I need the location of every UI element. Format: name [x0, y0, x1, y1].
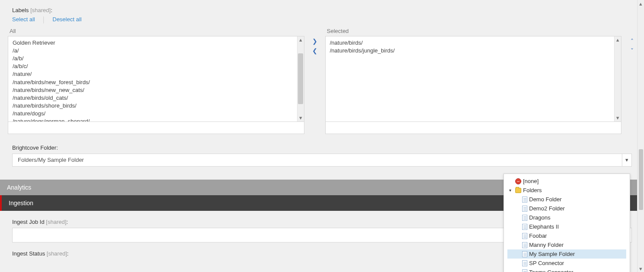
scroll-up-icon[interactable]: ▴	[637, 0, 644, 7]
labels-title-row: Labels [shared]:	[8, 4, 636, 15]
tree-collapse-icon[interactable]: ▾	[509, 188, 513, 193]
page-icon	[522, 251, 527, 257]
tree-children: Demo FolderDemo2 FolderDragonsElephants …	[507, 195, 626, 272]
tree-node-label: Dragons	[529, 214, 550, 221]
tree-node-item[interactable]: Foobar	[507, 231, 626, 240]
folder-tree-popup: – [none] ▾ Folders Demo FolderDemo2 Fold…	[503, 174, 630, 272]
tree-node-item[interactable]: Teams Connector	[507, 268, 626, 272]
list-item[interactable]: /nature/birds/jungle_birds/	[330, 47, 610, 55]
ingest-job-colon: :	[66, 219, 68, 225]
list-item[interactable]: /a/b/c/	[13, 62, 293, 70]
selected-list-box: /nature/birds/ /nature/birds/jungle_bird…	[325, 36, 622, 122]
tree-node-label: Manny Folder	[529, 242, 563, 248]
list-item[interactable]: /nature/dogs/	[13, 110, 293, 118]
page-scrollbar[interactable]: ▴ ▾	[637, 0, 644, 272]
move-up-icon[interactable]: ˄	[631, 38, 634, 44]
selected-list-scrollbar[interactable]: ▴ ▾	[614, 36, 621, 121]
ingest-job-label: Ingest Job Id	[12, 219, 44, 225]
page-icon	[522, 215, 527, 221]
select-all-link[interactable]: Select all	[12, 16, 39, 23]
tree-node-label: Foobar	[529, 233, 547, 239]
list-item[interactable]: /a/b/	[13, 55, 293, 62]
list-item[interactable]: /nature/birds/old_cats/	[13, 94, 293, 102]
list-item[interactable]: /nature/birds/new_new_cats/	[13, 86, 293, 94]
ingest-status-label: Ingest Status	[12, 250, 45, 257]
page-icon	[522, 260, 527, 266]
page-icon	[522, 233, 527, 239]
deselect-all-link[interactable]: Deselect all	[48, 16, 86, 23]
selected-list-header: Selected	[325, 28, 622, 36]
tree-node-label: Elephants II	[529, 223, 559, 230]
all-list-box: Golden Retriever /a/ /a/b/ /a/b/c/ /natu…	[8, 36, 304, 122]
brightcove-folder-value: Folders/My Sample Folder	[18, 157, 84, 163]
labels-shared-tag: [shared]	[30, 7, 51, 13]
move-right-icon[interactable]: ❯	[312, 38, 317, 44]
list-item[interactable]: Golden Retriever	[13, 39, 293, 47]
move-down-icon[interactable]: ˅	[631, 48, 634, 54]
section-title: Ingestion	[9, 200, 33, 206]
list-item[interactable]: /nature/birds/new_forest_birds/	[13, 79, 293, 86]
all-list-inner[interactable]: Golden Retriever /a/ /a/b/ /a/b/c/ /natu…	[8, 36, 297, 121]
list-item[interactable]: /nature/dogs/german_shepard/	[13, 118, 293, 121]
page-icon	[522, 269, 527, 272]
all-list-footer	[8, 122, 304, 134]
tree-node-label: Demo Folder	[529, 196, 562, 203]
none-icon: –	[515, 178, 521, 184]
ingest-status-colon: :	[67, 250, 69, 257]
brightcove-folder-select[interactable]: Folders/My Sample Folder ▾	[12, 154, 632, 167]
tree-node-item[interactable]: Demo Folder	[507, 195, 626, 204]
tree-node-item[interactable]: Demo2 Folder	[507, 204, 626, 213]
tree-node-item[interactable]: SP Connector	[507, 259, 626, 268]
scroll-up-icon[interactable]: ▴	[615, 36, 621, 43]
labels-title: Labels	[12, 7, 29, 13]
all-list-header: All	[8, 28, 304, 36]
ingest-job-tag: [shared]	[46, 219, 66, 225]
ingest-status-tag: [shared]	[47, 250, 67, 257]
all-list-scrollbar[interactable]: ▴ ▾	[297, 36, 304, 121]
scroll-up-icon[interactable]: ▴	[297, 36, 304, 43]
move-left-icon[interactable]: ❮	[312, 48, 317, 54]
footer-spacer	[311, 122, 319, 134]
selected-list-footer	[325, 122, 622, 134]
tree-node-none[interactable]: – [none]	[507, 177, 626, 186]
page-icon	[522, 224, 527, 230]
tree-node-item[interactable]: Manny Folder	[507, 240, 626, 249]
dropdown-icon[interactable]: ▾	[622, 154, 631, 166]
section-title: Analytics	[7, 184, 31, 191]
footer-spacer	[628, 122, 636, 134]
page-root: Labels [shared]: Select all Deselect all…	[0, 0, 644, 272]
tree-node-label: SP Connector	[529, 260, 564, 266]
list-item[interactable]: /nature/	[13, 70, 293, 78]
tree-node-label: Folders	[523, 187, 542, 193]
link-separator	[43, 16, 44, 23]
content-area: Labels [shared]: Select all Deselect all…	[0, 0, 644, 167]
tree-node-item[interactable]: My Sample Folder	[507, 249, 626, 259]
tree-node-item[interactable]: Dragons	[507, 213, 626, 222]
tree-node-folders[interactable]: ▾ Folders	[507, 186, 626, 195]
page-icon	[522, 197, 527, 203]
page-icon	[522, 242, 527, 248]
all-list-column: All Golden Retriever /a/ /a/b/ /a/b/c/ /…	[8, 28, 304, 122]
dual-list-footer-row	[8, 122, 636, 134]
tree-node-label: Teams Connector	[529, 269, 573, 272]
page-icon	[522, 206, 527, 212]
brightcove-label: Brightcove Folder:	[8, 134, 636, 154]
dual-list-row: All Golden Retriever /a/ /a/b/ /a/b/c/ /…	[8, 28, 636, 122]
selected-list-inner[interactable]: /nature/birds/ /nature/birds/jungle_bird…	[326, 36, 615, 121]
list-item[interactable]: /nature/birds/	[330, 39, 610, 47]
tree-node-label: My Sample Folder	[529, 251, 575, 257]
scroll-down-icon[interactable]: ▾	[297, 115, 304, 121]
tree-node-label: Demo2 Folder	[529, 205, 565, 212]
selected-list-column: Selected /nature/birds/ /nature/birds/ju…	[325, 28, 622, 122]
scroll-down-icon[interactable]: ▾	[637, 265, 644, 272]
labels-colon: :	[51, 7, 52, 13]
move-buttons-column: ❯ ❮	[311, 28, 319, 122]
scrollbar-thumb[interactable]	[298, 53, 303, 105]
list-item[interactable]: /nature/birds/shore_birds/	[13, 102, 293, 110]
label-link-row: Select all Deselect all	[8, 15, 636, 28]
tree-node-item[interactable]: Elephants II	[507, 222, 626, 231]
list-item[interactable]: /a/	[13, 47, 293, 55]
scrollbar-thumb[interactable]	[639, 149, 643, 210]
scroll-down-icon[interactable]: ▾	[615, 115, 621, 121]
tree-node-label: [none]	[523, 178, 539, 184]
